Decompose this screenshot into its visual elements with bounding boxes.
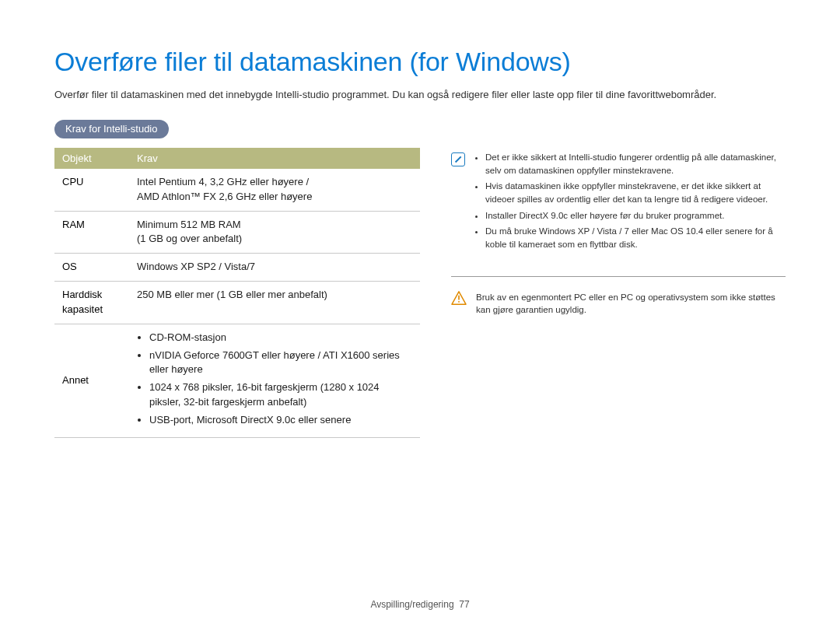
warning-text: Bruk av en egenmontert PC eller en PC og… — [476, 291, 786, 317]
cell-value-line: Intel Pentium 4, 3,2 GHz eller høyere / — [137, 176, 309, 187]
cell-value: 250 MB eller mer (1 GB eller mer anbefal… — [129, 282, 420, 324]
cell-label: Annet — [54, 324, 129, 437]
note-item: Du må bruke Windows XP / Vista / 7 eller… — [485, 225, 786, 250]
warning-note: Bruk av en egenmontert PC eller en PC og… — [451, 291, 786, 317]
svg-rect-1 — [458, 301, 460, 303]
requirements-column: Objekt Krav CPU Intel Pentium 4, 3,2 GHz… — [54, 148, 420, 438]
notes-column: Det er ikke sikkert at Intelli-studio fu… — [451, 148, 786, 317]
cell-value: Windows XP SP2 / Vista/7 — [129, 254, 420, 282]
list-item: nVIDIA Geforce 7600GT eller høyere / ATI… — [149, 349, 412, 378]
table-row: Annet CD-ROM-stasjon nVIDIA Geforce 7600… — [54, 324, 420, 437]
list-item: USB-port, Microsoft DirectX 9.0c eller s… — [149, 413, 412, 428]
table-row: RAM Minimum 512 MB RAM (1 GB og over anb… — [54, 211, 420, 254]
cell-label: CPU — [54, 169, 129, 211]
cell-label: OS — [54, 254, 129, 282]
cell-label: RAM — [54, 211, 129, 254]
table-header-row: Objekt Krav — [54, 148, 420, 169]
cell-value-line: AMD Athlon™ FX 2,6 GHz eller høyere — [137, 191, 312, 202]
cell-value-line: Minimum 512 MB RAM — [137, 219, 241, 230]
cell-value: Minimum 512 MB RAM (1 GB og over anbefal… — [129, 211, 420, 254]
requirements-table: Objekt Krav CPU Intel Pentium 4, 3,2 GHz… — [54, 148, 420, 438]
cell-label-line: kapasitet — [62, 303, 103, 315]
table-row: Harddisk kapasitet 250 MB eller mer (1 G… — [54, 282, 420, 324]
table-row: CPU Intel Pentium 4, 3,2 GHz eller høyer… — [54, 169, 420, 211]
warning-icon — [451, 291, 467, 306]
note-item: Det er ikke sikkert at Intelli-studio fu… — [485, 151, 786, 177]
list-item: CD-ROM-stasjon — [149, 331, 412, 345]
cell-value: CD-ROM-stasjon nVIDIA Geforce 7600GT ell… — [129, 324, 420, 437]
info-icon — [451, 152, 465, 166]
cell-value: Intel Pentium 4, 3,2 GHz eller høyere / … — [129, 169, 420, 211]
section-pill: Krav for Intelli-studio — [54, 120, 169, 138]
page-title: Overføre filer til datamaskinen (for Win… — [54, 47, 786, 77]
table-row: OS Windows XP SP2 / Vista/7 — [54, 254, 420, 282]
th-objekt: Objekt — [54, 148, 129, 169]
info-note: Det er ikke sikkert at Intelli-studio fu… — [451, 151, 786, 254]
note-item: Installer DirectX 9.0c eller høyere før … — [485, 209, 786, 222]
note-item: Hvis datamaskinen ikke oppfyller minstek… — [485, 180, 786, 205]
list-item: 1024 x 768 piksler, 16-bit fargeskjerm (… — [149, 380, 412, 410]
svg-rect-0 — [458, 295, 460, 299]
th-krav: Krav — [129, 148, 420, 169]
page-footer: Avspilling/redigering 77 — [0, 599, 840, 610]
footer-section: Avspilling/redigering — [370, 599, 453, 610]
cell-label: Harddisk kapasitet — [54, 282, 129, 324]
intro-text: Overfør filer til datamaskinen med det i… — [54, 88, 786, 103]
footer-page: 77 — [459, 599, 469, 610]
separator — [451, 276, 786, 277]
cell-value-line: (1 GB og over anbefalt) — [137, 233, 242, 244]
cell-label-line: Harddisk — [62, 289, 102, 300]
